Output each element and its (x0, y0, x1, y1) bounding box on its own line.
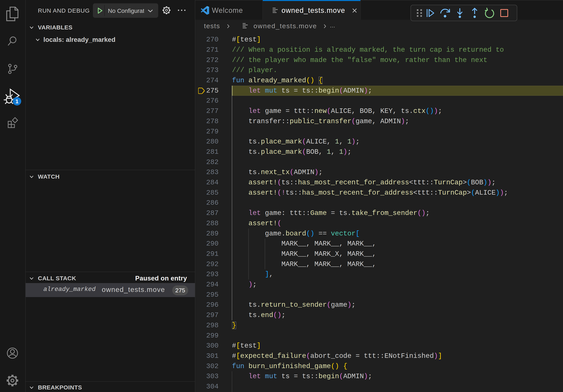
svg-text:1: 1 (15, 98, 19, 105)
